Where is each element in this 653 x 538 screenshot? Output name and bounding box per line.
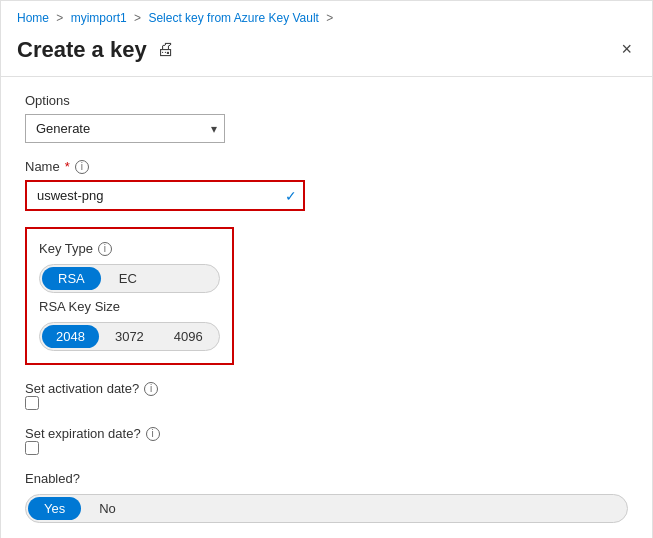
activation-label: Set activation date? i xyxy=(25,381,628,396)
options-select[interactable]: Generate Import Restore from backup xyxy=(25,114,225,143)
activation-field-group: Set activation date? i xyxy=(25,381,628,410)
print-icon[interactable]: 🖨 xyxy=(157,39,175,60)
name-input-wrapper: ✓ xyxy=(25,180,305,211)
rsa-size-3072-button[interactable]: 3072 xyxy=(101,325,158,348)
key-type-label: Key Type i xyxy=(39,241,220,256)
breadcrumb: Home > myimport1 > Select key from Azure… xyxy=(1,1,652,29)
activation-info-icon[interactable]: i xyxy=(144,382,158,396)
expiration-info-icon[interactable]: i xyxy=(146,427,160,441)
key-type-ec-button[interactable]: EC xyxy=(103,267,153,290)
breadcrumb-sep-3: > xyxy=(326,11,333,25)
header: Create a key 🖨 × xyxy=(1,29,652,76)
enabled-label: Enabled? xyxy=(25,471,628,486)
key-type-rsa-button[interactable]: RSA xyxy=(42,267,101,290)
close-icon[interactable]: × xyxy=(617,35,636,64)
expiration-label: Set expiration date? i xyxy=(25,426,628,441)
modal-container: Home > myimport1 > Select key from Azure… xyxy=(0,0,653,538)
enabled-no-button[interactable]: No xyxy=(83,497,132,520)
options-select-wrapper: Generate Import Restore from backup ▾ xyxy=(25,114,225,143)
key-type-toggle: RSA EC xyxy=(39,264,220,293)
breadcrumb-sep-1: > xyxy=(56,11,66,25)
name-input[interactable] xyxy=(25,180,305,211)
enabled-toggle: Yes No xyxy=(25,494,628,523)
rsa-key-size-toggle: 2048 3072 4096 xyxy=(39,322,220,351)
breadcrumb-select-key[interactable]: Select key from Azure Key Vault xyxy=(148,11,319,25)
form-content: Options Generate Import Restore from bac… xyxy=(1,77,652,538)
activation-checkbox-row xyxy=(25,396,628,410)
options-field-group: Options Generate Import Restore from bac… xyxy=(25,93,628,143)
breadcrumb-home[interactable]: Home xyxy=(17,11,49,25)
options-label: Options xyxy=(25,93,628,108)
header-left: Create a key 🖨 xyxy=(17,37,175,63)
breadcrumb-sep-2: > xyxy=(134,11,144,25)
enabled-yes-button[interactable]: Yes xyxy=(28,497,81,520)
required-star: * xyxy=(65,159,70,174)
name-field-group: Name * i ✓ xyxy=(25,159,628,211)
activation-checkbox[interactable] xyxy=(25,396,39,410)
expiration-checkbox[interactable] xyxy=(25,441,39,455)
name-info-icon[interactable]: i xyxy=(75,160,89,174)
rsa-key-size-label: RSA Key Size xyxy=(39,299,220,314)
key-type-section: Key Type i RSA EC RSA Key Size 2048 3072… xyxy=(25,227,234,365)
name-label: Name * i xyxy=(25,159,628,174)
page-title: Create a key xyxy=(17,37,147,63)
expiration-field-group: Set expiration date? i xyxy=(25,426,628,455)
key-type-info-icon[interactable]: i xyxy=(98,242,112,256)
enabled-field-group: Enabled? Yes No xyxy=(25,471,628,523)
rsa-size-4096-button[interactable]: 4096 xyxy=(160,325,217,348)
rsa-size-2048-button[interactable]: 2048 xyxy=(42,325,99,348)
breadcrumb-myimport[interactable]: myimport1 xyxy=(71,11,127,25)
input-check-icon: ✓ xyxy=(285,188,297,204)
expiration-checkbox-row xyxy=(25,441,628,455)
